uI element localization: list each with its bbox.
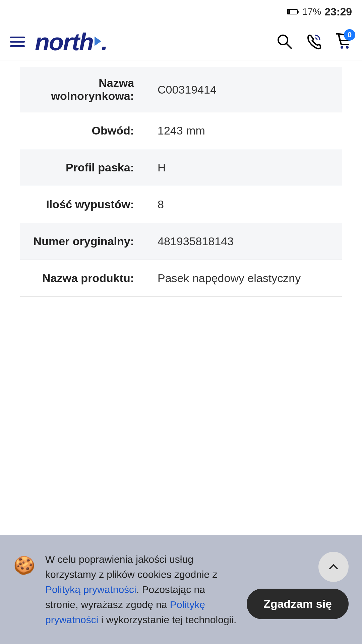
status-bar: 17% 23:29: [0, 0, 362, 23]
svg-rect-2: [298, 11, 299, 13]
svg-rect-1: [288, 10, 290, 14]
nav-icons: 0: [276, 33, 352, 51]
cookie-banner: 🍪 W celu poprawienia jakości usług korzy…: [0, 535, 362, 644]
table-row: Obwód:1243 mm: [20, 112, 342, 149]
svg-line-4: [286, 43, 292, 49]
cookie-text: W celu poprawienia jakości usług korzyst…: [45, 552, 237, 627]
table-row: Nazwa wolnorynkowa:C00319414: [20, 67, 342, 112]
svg-point-3: [278, 35, 288, 45]
table-row: Nazwa produktu:Pasek napędowy elastyczny: [20, 260, 342, 297]
cart-button[interactable]: 0: [335, 33, 352, 51]
row-value: C00319414: [147, 67, 342, 112]
cookie-text-3: i wykorzystanie tej technologii.: [98, 614, 236, 625]
privacy-policy-link-1[interactable]: Polityką prywatności: [45, 584, 136, 595]
chevron-up-icon: [327, 561, 340, 573]
battery-level: 17%: [302, 6, 321, 17]
search-icon: [276, 33, 293, 50]
battery-icon: [287, 8, 299, 15]
table-row: Numer oryginalny:481935818143: [20, 223, 342, 260]
row-value: 8: [147, 186, 342, 223]
logo-triangle-icon: [95, 37, 101, 46]
row-label: Ilość wypustów:: [20, 186, 147, 223]
product-content: Nazwa wolnorynkowa:C00319414Obwód:1243 m…: [0, 60, 362, 304]
phone-icon: [305, 33, 322, 50]
svg-point-6: [346, 46, 349, 49]
cart-count: 0: [344, 29, 355, 41]
status-icons: 17% 23:29: [287, 6, 352, 18]
row-label: Profil paska:: [20, 149, 147, 186]
table-row: Profil paska:H: [20, 149, 342, 186]
table-row: Ilość wypustów:8: [20, 186, 342, 223]
logo-period: .: [101, 28, 108, 56]
time: 23:29: [324, 6, 352, 18]
logo[interactable]: north .: [35, 28, 265, 56]
navbar: north . 0: [0, 23, 362, 60]
logo-text: north: [35, 28, 93, 56]
row-label: Nazwa wolnorynkowa:: [20, 67, 147, 112]
row-label: Numer oryginalny:: [20, 223, 147, 260]
row-label: Nazwa produktu:: [20, 260, 147, 297]
svg-point-5: [341, 46, 343, 49]
row-value: H: [147, 149, 342, 186]
row-value: Pasek napędowy elastyczny: [147, 260, 342, 297]
cookie-text-1: W celu poprawienia jakości usług korzyst…: [45, 554, 218, 580]
cookie-icon: 🍪: [13, 555, 35, 576]
product-detail-table: Nazwa wolnorynkowa:C00319414Obwód:1243 m…: [20, 67, 342, 297]
cookie-actions: Zgadzam się: [247, 552, 349, 619]
row-value: 1243 mm: [147, 112, 342, 149]
menu-button[interactable]: [10, 37, 25, 47]
phone-button[interactable]: [305, 33, 322, 51]
row-value: 481935818143: [147, 223, 342, 260]
search-button[interactable]: [276, 33, 293, 51]
scroll-top-button[interactable]: [318, 552, 349, 582]
accept-cookies-button[interactable]: Zgadzam się: [247, 589, 349, 619]
row-label: Obwód:: [20, 112, 147, 149]
